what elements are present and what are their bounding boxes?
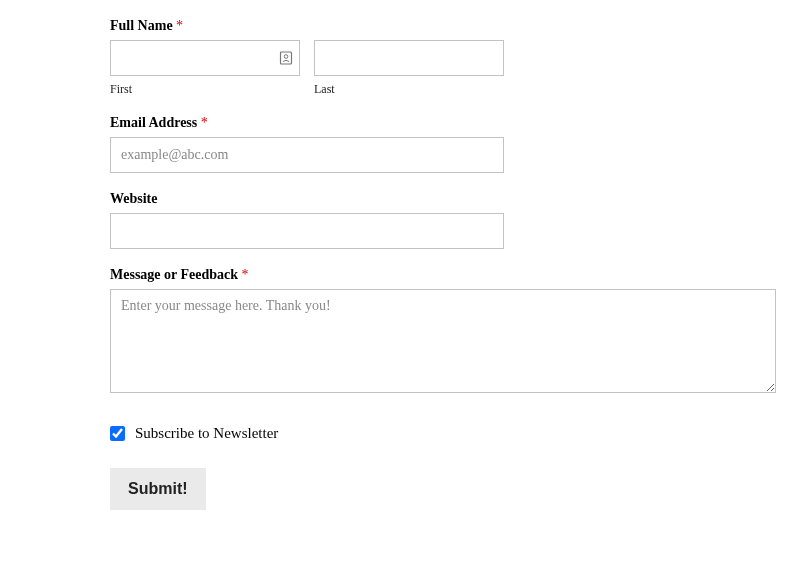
website-label: Website [110,191,800,207]
email-input[interactable] [110,137,504,173]
newsletter-row: Subscribe to Newsletter [110,425,800,442]
message-label: Message or Feedback * [110,267,800,283]
message-group: Message or Feedback * [110,267,800,397]
email-group: Email Address * [110,115,800,173]
last-name-input[interactable] [314,40,504,76]
last-name-col: Last [314,40,504,97]
email-required: * [201,115,208,130]
full-name-required: * [176,18,183,33]
email-label: Email Address * [110,115,800,131]
first-name-wrap [110,40,300,76]
first-name-col: First [110,40,300,97]
last-name-sublabel: Last [314,82,504,97]
first-name-sublabel: First [110,82,300,97]
first-name-input[interactable] [110,40,300,76]
email-label-text: Email Address [110,115,197,130]
newsletter-checkbox[interactable] [110,426,125,441]
full-name-group: Full Name * First Last [110,18,800,97]
full-name-label-text: Full Name [110,18,173,33]
submit-button[interactable]: Submit! [110,468,206,510]
website-input[interactable] [110,213,504,249]
name-row: First Last [110,40,800,97]
message-textarea[interactable] [110,289,776,393]
newsletter-label[interactable]: Subscribe to Newsletter [135,425,278,442]
website-group: Website [110,191,800,249]
message-label-text: Message or Feedback [110,267,238,282]
full-name-label: Full Name * [110,18,800,34]
message-required: * [242,267,249,282]
